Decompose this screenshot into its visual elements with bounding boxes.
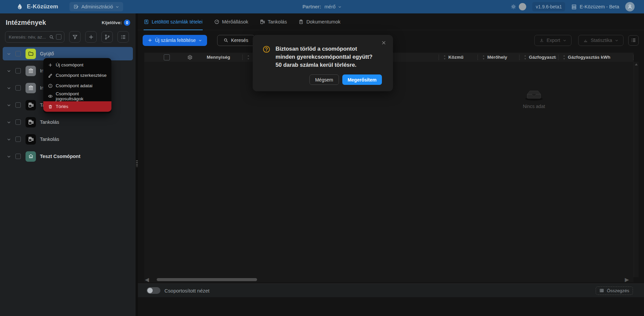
chevron-down-icon (338, 5, 342, 9)
chevron-down-icon[interactable] (7, 120, 15, 124)
user-avatar[interactable] (625, 2, 635, 11)
tree-row-checkbox[interactable] (15, 154, 21, 159)
tab-label: Tankolás (268, 19, 287, 24)
edit-icon (48, 73, 53, 78)
sort-icon[interactable] (247, 55, 250, 60)
column-label: Közmű (448, 55, 463, 60)
main-tabs: Letöltött számlák tételei Mérőállások Ta… (138, 13, 644, 30)
sort-icon[interactable] (524, 55, 527, 60)
filter-button[interactable] (69, 31, 81, 43)
environment-label: E-Közüzem - Beta (580, 4, 619, 9)
horizontal-scrollbar[interactable]: ◀ ▶ (144, 277, 634, 282)
statistics-button[interactable]: Statisztika (578, 35, 624, 46)
chevron-down-icon[interactable] (7, 137, 15, 142)
menu-item-new-node[interactable]: Új csomópont (43, 60, 111, 70)
tree-row-label: Tankolás (40, 137, 59, 142)
list-view-button[interactable] (117, 31, 129, 43)
empty-box-icon (523, 87, 545, 101)
horizontal-scrollbar-thumb[interactable] (157, 278, 257, 281)
grouped-view-toggle[interactable] (147, 287, 160, 294)
new-invoice-upload-button[interactable]: Új számla feltöltése (143, 35, 207, 46)
summary-button-label: Összegzés (607, 288, 629, 293)
sun-icon (511, 4, 516, 9)
scroll-right-arrow-icon[interactable]: ▶ (624, 276, 630, 283)
column-header-merohely[interactable]: Mérőhely (476, 53, 517, 62)
chevron-down-icon[interactable] (7, 154, 15, 159)
tree-row-tankolas-2[interactable]: Tankolás (3, 115, 133, 129)
tree-row-checkbox[interactable] (15, 85, 21, 91)
tree-row-label: Teszt Csomópont (40, 154, 81, 159)
column-separator (439, 55, 439, 60)
chevron-down-icon[interactable] (7, 69, 15, 73)
scroll-up-arrow-icon[interactable] (634, 62, 639, 66)
tree-row-checkbox[interactable] (15, 137, 21, 142)
toggle-knob[interactable] (147, 288, 153, 293)
trash-icon (48, 104, 53, 109)
menu-item-node-permissions[interactable]: Csomópont jogosultságok (43, 91, 111, 101)
column-header-kozmu[interactable]: Közmű (437, 53, 476, 62)
chevron-down-icon[interactable] (7, 86, 15, 90)
column-label: Gázfogyasztás kWh (568, 55, 610, 60)
tab-refueling[interactable]: Tankolás (260, 13, 287, 30)
tab-downloaded-invoice-items[interactable]: Letöltött számlák tételei (144, 13, 203, 30)
dialog-message: Biztosan törlöd a csomópontot minden gye… (276, 45, 376, 69)
menu-item-label: Csomópont szerkesztése (56, 73, 107, 78)
tree-row-teszt-csomopont[interactable]: Teszt Csomópont (3, 150, 133, 163)
empty-text: Nincs adat (505, 104, 562, 109)
vertical-scrollbar[interactable] (634, 62, 639, 277)
chevron-down-icon[interactable] (7, 103, 15, 107)
search-checkbox[interactable] (56, 34, 61, 40)
delete-confirm-dialog: Biztosan törlöd a csomópontot minden gye… (253, 35, 393, 91)
menu-item-node-details[interactable]: Csomópont adatai (43, 81, 111, 91)
menu-item-edit-node[interactable]: Csomópont szerkesztése (43, 70, 111, 81)
new-invoice-upload-label: Új számla feltöltése (155, 38, 196, 43)
partner-select[interactable]: mérő (325, 4, 342, 9)
column-header-gazfogyasztas-kwh[interactable]: Gázfogyasztás kWh (556, 53, 620, 62)
tree-search-input[interactable] (9, 35, 47, 40)
tab-meter-readings[interactable]: Mérőállások (214, 13, 248, 30)
menu-item-delete[interactable]: Törlés (43, 101, 111, 112)
empty-state: Nincs adat (505, 87, 562, 109)
tree-search-box[interactable] (5, 31, 64, 43)
sort-icon[interactable] (562, 55, 566, 60)
theme-toggle[interactable] (511, 3, 526, 10)
fuel-pump-icon (26, 100, 36, 110)
scroll-left-arrow-icon[interactable]: ◀ (144, 276, 150, 283)
tree-row-checkbox[interactable] (15, 51, 21, 56)
menu-item-label: Csomópont jogosultságok (56, 91, 107, 101)
cancel-button[interactable]: Mégsem (309, 74, 339, 85)
stack-icon (571, 4, 577, 10)
menu-item-label: Csomópont adatai (56, 83, 93, 88)
bar-chart-icon (583, 38, 588, 43)
column-header-gazfogyasztas-m3[interactable]: Gázfogyasztás m3 (517, 53, 556, 62)
sort-icon[interactable] (482, 55, 485, 60)
tree-row-checkbox[interactable] (15, 119, 21, 125)
theme-toggle-knob[interactable] (519, 3, 526, 10)
column-separator (478, 55, 478, 60)
close-icon[interactable] (381, 40, 386, 45)
search-button[interactable]: Keresés (217, 35, 254, 46)
tree-row-checkbox[interactable] (15, 68, 21, 73)
summary-button[interactable]: Összegzés (596, 286, 633, 295)
sidebar-drag-handle[interactable] (136, 160, 138, 167)
branch-view-button[interactable] (101, 31, 113, 43)
menu-item-label: Új csomópont (56, 62, 84, 67)
column-settings-button[interactable] (628, 35, 639, 46)
app-title: E-Közüzem (27, 3, 58, 10)
select-all-checkbox[interactable] (164, 54, 170, 60)
column-label: Mennyiség (207, 55, 230, 60)
chevron-down-icon[interactable] (7, 52, 15, 56)
confirm-button[interactable]: Megerősítem (342, 74, 382, 85)
sort-icon[interactable] (443, 55, 446, 60)
tree-row-checkbox[interactable] (15, 102, 21, 108)
nav-administration[interactable]: Adminisztráció (69, 2, 123, 11)
export-button[interactable]: Export (534, 35, 572, 46)
version-label: v1.9.6-beta1 (532, 2, 565, 11)
column-header-mennyiseg[interactable]: Mennyiség (207, 53, 230, 62)
tab-documents[interactable]: Dokumentumok (298, 13, 341, 30)
add-node-button[interactable] (85, 31, 97, 43)
info-icon (48, 84, 53, 88)
tree-row-tankolas-3[interactable]: Tankolás (3, 133, 133, 146)
gear-icon[interactable] (187, 55, 193, 60)
search-button-label: Keresés (231, 38, 248, 43)
